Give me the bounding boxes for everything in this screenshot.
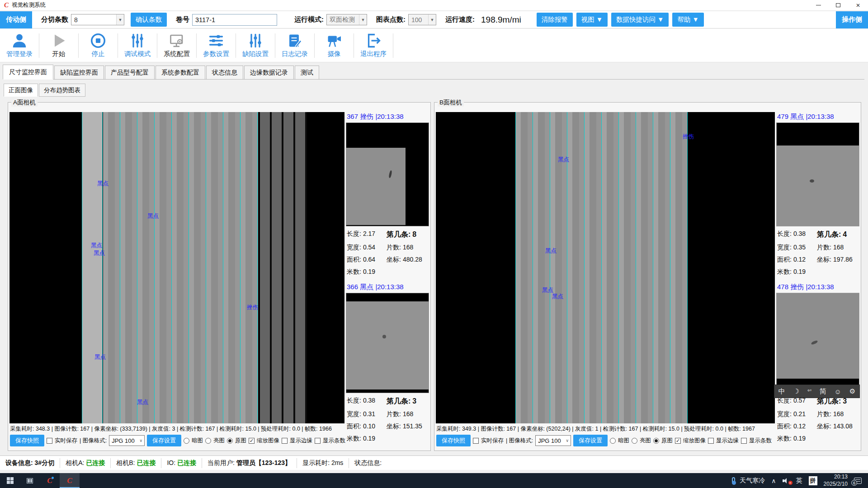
ime-settings-gear-icon[interactable]: ⚙ (849, 387, 856, 395)
tab-size-monitor[interactable]: 尺寸监控界面 (3, 65, 53, 80)
weather-text: 天气寒冷 (740, 477, 765, 485)
start-button[interactable]: 开始 (39, 31, 78, 61)
defect-mark: 黑点 (147, 212, 159, 220)
tray-overflow-button[interactable]: ∧ (768, 477, 779, 484)
defect-measurements: 长度:0.38 第几条:3 宽度:0.31 片数:168 面积:0.10 坐标:… (347, 397, 430, 443)
chevron-down-icon: ▼ (359, 14, 367, 25)
save-settings-button[interactable]: 保存设置 (573, 435, 608, 446)
chart-points-label: 图表点数: (376, 15, 406, 24)
data-quick-access-button[interactable]: 数据快捷访问 ▼ (611, 13, 669, 27)
ime-pinyin-indicator[interactable]: 拼 (806, 476, 821, 485)
save-settings-button[interactable]: 保存设置 (147, 435, 181, 446)
camera-a-title: A面相机 (11, 99, 38, 107)
dark-image-radio[interactable] (184, 438, 189, 444)
maximize-icon (836, 3, 840, 7)
monitor-gear-icon (168, 33, 185, 49)
zoom-image-checkbox[interactable]: ✓ (249, 438, 255, 444)
ime-punctuation-toggle[interactable]: °’ (807, 388, 812, 395)
help-menu-button[interactable]: 帮助 ▼ (672, 13, 703, 27)
show-count-checkbox[interactable] (741, 438, 747, 444)
subtab-front-image[interactable]: 正面图像 (4, 84, 38, 97)
ime-emoji-button[interactable]: ☺ (834, 388, 842, 395)
minimize-button[interactable] (808, 0, 828, 10)
tab-system-param-config[interactable]: 系统参数配置 (156, 66, 205, 79)
io-connection-status: 已连接 (177, 459, 196, 466)
minimize-icon (816, 5, 821, 5)
ime-moon-icon[interactable]: ☽ (793, 387, 800, 395)
zoom-image-checkbox[interactable]: ✓ (675, 438, 681, 444)
start-button[interactable] (0, 473, 20, 488)
ime-simplified-toggle[interactable]: 简 (819, 387, 827, 396)
camera-a-image[interactable]: 黑点 黑点 黑点 黑点 挫伤 黑点 黑点 (9, 112, 344, 423)
slit-count-select[interactable]: 8▼ (71, 14, 124, 25)
app-logo-icon: C (4, 1, 9, 9)
sliders-vertical-icon (247, 33, 264, 49)
operator-side-button[interactable]: 操作侧 (836, 11, 868, 28)
camera-b-connection-status: 已连接 (137, 459, 156, 466)
bright-image-radio[interactable] (632, 438, 637, 444)
record-video-button[interactable]: 摄像 (315, 31, 354, 61)
volume-button[interactable]: × (779, 478, 793, 483)
image-format-select[interactable]: JPG 100∨ (535, 435, 571, 446)
camera-b-controls: 保存快照 实时保存 | 图像格式: JPG 100∨ 保存设置 暗图 亮图 原图… (436, 435, 772, 446)
save-snapshot-button[interactable]: 保存快照 (436, 435, 471, 446)
original-image-radio[interactable] (227, 438, 233, 444)
windows-logo-icon (7, 477, 14, 484)
view-menu-button[interactable]: 视图 ▼ (576, 13, 608, 27)
windows-taskbar: C C 天气寒冷 ∧ × 英 拼 20:132025/2/10 6 (0, 473, 868, 488)
drive-side-button[interactable]: 传动侧 (0, 11, 32, 28)
confirm-count-button[interactable]: 确认条数 (131, 13, 167, 27)
original-image-radio[interactable] (653, 438, 659, 444)
defect-snapshot (776, 293, 859, 393)
chart-points-select[interactable]: 100▼ (408, 14, 436, 25)
tab-defect-monitor[interactable]: 缺陷监控界面 (54, 66, 104, 79)
chevron-down-icon: ▼ (428, 14, 436, 25)
roll-number-input[interactable]: 3117-1 (192, 14, 277, 26)
taskbar-app-2-active[interactable]: C (60, 473, 80, 488)
defect-measurements: 长度:0.57 第几条:3 宽度:0.21 片数:168 面积:0.12 坐标:… (777, 397, 860, 443)
dark-image-radio[interactable] (610, 438, 616, 444)
defect-measurements: 长度:0.38 第几条:4 宽度:0.35 片数:168 面积:0.12 坐标:… (777, 230, 860, 276)
run-speed-value: 198.9m/mi (477, 15, 525, 25)
weather-widget[interactable]: 天气寒冷 (729, 477, 768, 485)
taskbar-app-1[interactable]: C (40, 473, 60, 488)
run-mode-label: 运行模式: (294, 15, 324, 24)
show-edge-checkbox[interactable] (708, 438, 714, 444)
tab-test[interactable]: 测试 (295, 66, 319, 79)
show-edge-checkbox[interactable] (282, 438, 288, 444)
run-mode-select[interactable]: 双面检测▼ (326, 14, 367, 25)
exit-program-button[interactable]: 退出程序 (354, 31, 393, 61)
task-view-button[interactable] (20, 473, 40, 488)
system-config-button[interactable]: 系统配置 (157, 31, 196, 61)
clear-alarm-button[interactable]: 清除报警 (537, 13, 573, 27)
tab-product-model-config[interactable]: 产品型号配置 (105, 66, 155, 79)
maximize-button[interactable] (828, 0, 848, 10)
close-button[interactable]: ✕ (848, 0, 868, 10)
ime-language-toggle[interactable]: 中 (778, 387, 786, 396)
taskbar-clock[interactable]: 20:132025/2/10 (821, 474, 851, 488)
tab-edge-data-record[interactable]: 边缘数据记录 (244, 66, 294, 79)
subtab-trend-chart[interactable]: 分布趋势图表 (39, 84, 85, 97)
defect-settings-button[interactable]: 缺陷设置 (236, 31, 275, 61)
system-tray: 天气寒冷 ∧ × 英 拼 20:132025/2/10 6 (729, 473, 868, 488)
realtime-save-checkbox[interactable] (473, 438, 479, 444)
param-settings-button[interactable]: 参数设置 (197, 31, 236, 61)
device-status-bar: 设备信息: 3#分切 相机A: 已连接 相机B: 已连接 IO: 已连接 当前用… (0, 455, 868, 470)
action-center-button[interactable]: 6 (851, 478, 868, 484)
realtime-save-checkbox[interactable] (47, 438, 52, 444)
camera-b-image[interactable]: 黑点 挫伤 黑点 黑点 黑点 (436, 112, 775, 423)
save-snapshot-button[interactable]: 保存快照 (10, 435, 44, 446)
ime-language-indicator[interactable]: 英 (793, 477, 806, 485)
camera-b-title: B面相机 (438, 99, 464, 107)
defect-card: 366 黑点 |20:13:38 长度:0.38 第几条:3 宽度:0.31 片… (346, 282, 430, 443)
icon-toolbar: 管理登录 开始 停止 调试模式 系统配置 参数设置 缺陷设置 (0, 29, 868, 62)
show-count-checkbox[interactable] (315, 438, 321, 444)
debug-mode-button[interactable]: 调试模式 (118, 31, 157, 61)
admin-login-button[interactable]: 管理登录 (0, 31, 39, 61)
defect-mark: 黑点 (91, 242, 102, 249)
image-format-select[interactable]: JPG 100∨ (109, 435, 145, 446)
log-record-button[interactable]: 日志记录 (275, 31, 314, 61)
bright-image-radio[interactable] (205, 438, 211, 444)
stop-button[interactable]: 停止 (79, 31, 118, 61)
tab-status-info[interactable]: 状态信息 (206, 66, 243, 79)
